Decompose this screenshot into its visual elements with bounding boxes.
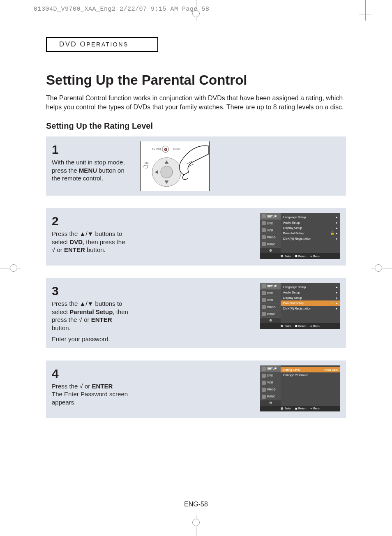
osd-tab: VCR xyxy=(260,297,281,304)
osd-tab: SETUP xyxy=(260,283,281,290)
osd-item: Language Setup▸ xyxy=(283,284,338,290)
dvd-icon xyxy=(262,291,266,295)
step-text: button. xyxy=(52,324,71,331)
step-number: 4 xyxy=(52,365,130,381)
step-text: Press the √ or xyxy=(52,383,92,390)
prog-icon xyxy=(262,235,266,239)
osd-screenshot-2: SETUP DVD VCR PROG FUNC ⚙ Language Setup… xyxy=(260,213,340,259)
osd-footer: ▦ Enter ◼ Return ≡ Menu xyxy=(260,406,340,411)
osd-item: Display Setup▸ xyxy=(283,295,338,300)
osd-item: DivX(R) Registration▸ xyxy=(283,306,338,311)
step-bold: Parental Setup xyxy=(69,308,113,315)
remote-illustration: TV VOL 🔇 TRK/T ME xyxy=(140,141,210,191)
osd-tab: FUNC xyxy=(260,311,281,318)
func-icon xyxy=(262,395,266,399)
osd-screenshot-3: SETUP DVD VCR PROG FUNC ⚙ Language Setup… xyxy=(260,283,340,329)
osd-item: Audio Setup▸ xyxy=(283,220,338,225)
vcr-icon xyxy=(262,298,266,302)
subheading: Setting Up the Rating Level xyxy=(46,121,346,131)
osd-tab: VCR xyxy=(260,379,281,386)
osd-tab: FUNC xyxy=(260,393,281,400)
step-text: Enter your password. xyxy=(52,335,110,342)
osd-tab: FUNC xyxy=(260,241,281,248)
step-bold: DVD xyxy=(69,238,83,245)
svg-point-6 xyxy=(161,166,173,178)
step-bold: ENTER xyxy=(64,246,85,253)
gear-icon xyxy=(262,214,266,218)
gear-icon xyxy=(262,367,266,371)
lock-icon: 🔒 xyxy=(330,231,334,235)
step-text: The Enter Password screen appears. xyxy=(52,390,130,406)
osd-tab: DVD xyxy=(260,220,281,227)
func-icon xyxy=(262,312,266,316)
osd-item: Audio Setup▸ xyxy=(283,290,338,295)
osd-tab: PROG xyxy=(260,386,281,393)
section-label: DVD O xyxy=(59,40,86,48)
step-1: 1 With the unit in stop mode, press the … xyxy=(46,136,346,196)
section-label-box: DVD OPERATIONS xyxy=(46,37,158,52)
osd-tab: PROG xyxy=(260,234,281,241)
osd-tab: VCR xyxy=(260,227,281,234)
step-text: button. xyxy=(85,246,106,253)
page-number: ENG-58 xyxy=(184,501,208,508)
osd-item: Language Setup▸ xyxy=(283,215,338,220)
osd-tab: SETUP xyxy=(260,365,281,372)
osd-footer: ▦ Enter ◼ Return ≡ Menu xyxy=(260,323,340,329)
section-label-small: PERATIONS xyxy=(86,41,128,48)
osd-item: DivX(R) Registration▸ xyxy=(283,236,338,241)
osd-footer: ▦ Enter ◼ Return ≡ Menu xyxy=(260,253,340,259)
vcr-icon xyxy=(262,381,266,385)
step-2: 2 Press the ▲/▼ buttons to select DVD, t… xyxy=(46,208,346,266)
step-bold: MENU xyxy=(79,167,97,174)
osd-item: Change Password xyxy=(283,372,338,378)
func-icon xyxy=(262,242,266,246)
step-number: 2 xyxy=(52,213,130,229)
svg-text:ME: ME xyxy=(145,162,149,164)
lock-open-icon: 🔓 xyxy=(330,301,334,305)
osd-item: Parental Setup :🔒▸ xyxy=(283,231,338,236)
osd-item: Display Setup▸ xyxy=(283,225,338,231)
osd-tab: PROG xyxy=(260,304,281,311)
svg-text:🔇: 🔇 xyxy=(164,148,168,151)
step-bold: ENTER xyxy=(91,316,112,323)
svg-text:TRK/T: TRK/T xyxy=(173,148,181,150)
dvd-icon xyxy=(262,374,266,378)
intro-paragraph: The Parental Control function works in c… xyxy=(46,94,346,111)
step-number: 3 xyxy=(52,283,130,299)
print-slug: 01304D_V9700_XAA_Eng2 2/22/07 9:15 AM Pa… xyxy=(34,6,210,13)
step-4: 4 Press the √ or ENTER The Enter Passwor… xyxy=(46,360,346,418)
dvd-icon xyxy=(262,221,266,225)
osd-item-selected: Parental Setup :🔓▸ xyxy=(281,300,340,306)
svg-text:TV VOL: TV VOL xyxy=(152,148,161,150)
osd-screenshot-4: SETUP DVD VCR PROG FUNC ⚙ Rating Level: … xyxy=(260,365,340,411)
prog-icon xyxy=(262,388,266,392)
osd-tab: DVD xyxy=(260,290,281,297)
gear-icon xyxy=(262,284,266,288)
step-3: 3 Press the ▲/▼ buttons to select Parent… xyxy=(46,278,346,348)
osd-tab: DVD xyxy=(260,372,281,379)
osd-tab: SETUP xyxy=(260,213,281,220)
step-number: 1 xyxy=(52,141,130,157)
osd-item-selected: Rating Level: Kids Safe xyxy=(281,367,340,372)
page-title: Setting Up the Parental Control xyxy=(46,72,346,88)
vcr-icon xyxy=(262,228,266,232)
prog-icon xyxy=(262,305,266,309)
step-bold: ENTER xyxy=(92,383,113,390)
